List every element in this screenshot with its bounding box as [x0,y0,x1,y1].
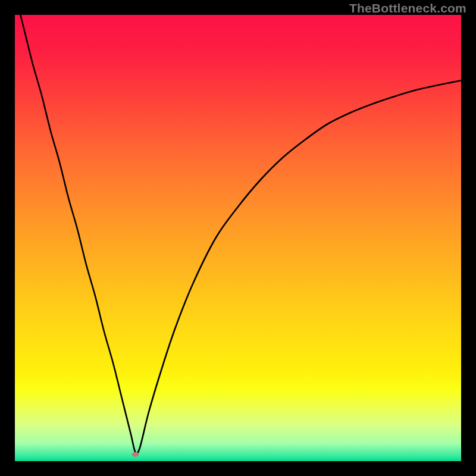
chart-container: TheBottleneck.com [0,0,476,476]
minimum-marker [132,452,139,457]
curve-layer [15,15,461,461]
plot-area [15,15,461,461]
bottleneck-curve-path [15,15,461,453]
watermark-text: TheBottleneck.com [349,1,466,15]
